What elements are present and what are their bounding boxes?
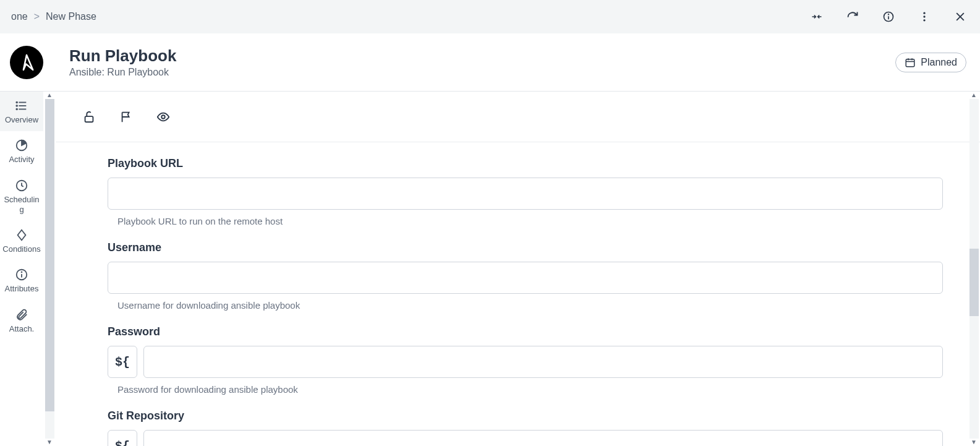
scroll-down-icon[interactable]: ▼ [46, 439, 53, 446]
main: Playbook URL Playbook URL to run on the … [56, 92, 980, 446]
field-label: Password [108, 325, 943, 338]
svg-point-2 [888, 14, 889, 14]
breadcrumb-parent[interactable]: one [11, 11, 28, 22]
form-area: Playbook URL Playbook URL to run on the … [56, 142, 980, 446]
field-label: Git Repository [108, 410, 943, 422]
top-actions [809, 9, 968, 24]
sidebar-wrap: Overview Activity Scheduling Conditions … [0, 92, 56, 446]
svg-point-15 [16, 102, 17, 103]
header: Run Playbook Ansible: Run Playbook Plann… [0, 33, 980, 92]
status-label: Planned [921, 57, 957, 68]
top-bar: one > New Phase [0, 0, 980, 33]
username-input[interactable] [108, 262, 943, 294]
sidebar-item-label: Overview [5, 115, 38, 125]
sidebar-item-overview[interactable]: Overview [0, 92, 43, 131]
svg-point-16 [16, 105, 17, 106]
field-password: Password ${ Password for downloading ans… [108, 325, 943, 395]
field-help: Username for downloading ansible playboo… [117, 300, 943, 311]
field-help: Playbook URL to run on the remote host [117, 216, 943, 226]
password-input[interactable] [143, 346, 943, 378]
body: Overview Activity Scheduling Conditions … [0, 92, 980, 446]
unlock-icon[interactable] [82, 109, 96, 124]
svg-rect-8 [906, 59, 915, 66]
sidebar-item-label: Attributes [5, 284, 39, 294]
scroll-up-icon[interactable]: ▲ [46, 92, 53, 99]
svg-point-5 [923, 19, 925, 21]
sidebar-item-label: Activity [9, 155, 34, 165]
scroll-track[interactable] [45, 99, 54, 439]
scroll-thumb[interactable] [45, 99, 54, 411]
scroll-track[interactable] [969, 99, 979, 439]
refresh-icon[interactable] [845, 9, 860, 24]
scroll-down-icon[interactable]: ▼ [971, 439, 977, 446]
sidebar: Overview Activity Scheduling Conditions … [0, 92, 43, 340]
breadcrumb-current: New Phase [46, 11, 96, 22]
sidebar-item-label: Conditions [2, 244, 40, 254]
pie-icon [15, 139, 28, 152]
header-text: Run Playbook Ansible: Run Playbook [69, 46, 895, 78]
sidebar-item-attachments[interactable]: Attach. [0, 301, 43, 340]
sidebar-item-label: Attach. [9, 324, 34, 334]
sidebar-item-activity[interactable]: Activity [0, 131, 43, 171]
ansible-logo [10, 46, 43, 79]
scroll-thumb[interactable] [969, 249, 979, 317]
info-icon[interactable] [881, 9, 896, 24]
paperclip-icon [15, 308, 28, 322]
sidebar-item-conditions[interactable]: Conditions [0, 221, 43, 260]
field-username: Username Username for downloading ansibl… [108, 241, 943, 311]
status-badge[interactable]: Planned [895, 53, 966, 72]
more-icon[interactable] [917, 9, 932, 24]
field-git-repository: Git Repository ${ [108, 410, 943, 446]
field-playbook-url: Playbook URL Playbook URL to run on the … [108, 157, 943, 226]
variable-button[interactable]: ${ [108, 346, 137, 378]
toolbar [56, 92, 980, 142]
page-title: Run Playbook [69, 46, 895, 66]
svg-point-24 [161, 115, 165, 119]
diamond-icon [15, 228, 28, 242]
svg-point-4 [923, 15, 925, 17]
playbook-url-input[interactable] [108, 178, 943, 210]
close-icon[interactable] [953, 9, 968, 24]
field-help: Password for downloading ansible playboo… [117, 384, 943, 395]
sidebar-item-scheduling[interactable]: Scheduling [0, 171, 43, 221]
variable-button[interactable]: ${ [108, 430, 137, 446]
eye-icon[interactable] [156, 109, 171, 124]
svg-rect-23 [85, 116, 93, 122]
field-label: Username [108, 241, 943, 254]
sidebar-scrollbar[interactable]: ▲ ▼ [43, 92, 56, 446]
calendar-icon [905, 57, 916, 68]
breadcrumb-separator: > [34, 11, 40, 22]
page-subtitle: Ansible: Run Playbook [69, 67, 895, 78]
field-label: Playbook URL [108, 157, 943, 170]
scroll-up-icon[interactable]: ▲ [971, 92, 977, 99]
clock-icon [15, 179, 28, 192]
svg-point-3 [923, 12, 925, 14]
sidebar-item-attributes[interactable]: Attributes [0, 260, 43, 300]
svg-point-22 [22, 272, 22, 273]
svg-point-17 [16, 109, 17, 110]
main-scrollbar[interactable]: ▲ ▼ [968, 92, 980, 446]
sidebar-item-label: Scheduling [2, 195, 41, 215]
git-repository-input[interactable] [143, 430, 943, 446]
list-icon [15, 99, 28, 113]
flag-icon[interactable] [119, 109, 134, 124]
breadcrumb: one > New Phase [11, 11, 96, 22]
collapse-icon[interactable] [809, 9, 824, 24]
info-circle-icon [15, 268, 28, 281]
